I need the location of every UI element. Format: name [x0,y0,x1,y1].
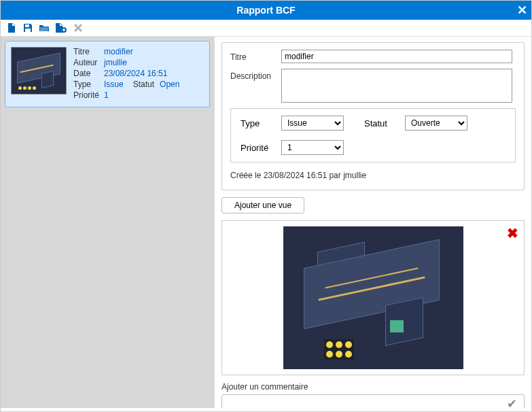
statut-select[interactable]: Ouverte [405,116,467,131]
titre-value: modifier [104,47,133,56]
view-image[interactable] [283,226,463,369]
submit-comment-icon[interactable]: ✔ [507,396,517,408]
date-label: Date [73,69,104,78]
created-text: Créée le 23/08/2024 16:51 par jmullie [230,171,516,180]
form-type-label: Type [241,118,273,128]
issue-thumbnail [11,47,67,95]
open-folder-icon[interactable] [39,22,50,33]
comment-label: Ajouter un commentaire [221,382,525,392]
new-file-icon[interactable] [6,22,17,33]
issue-list-panel: Titre modifier Auteur jmullie Date 23/08… [1,37,215,408]
delete-icon [73,22,84,33]
save-icon[interactable] [22,22,33,33]
toolbar [1,20,531,37]
window-title: Rapport BCF [236,5,295,16]
priorite-select[interactable]: 1 [281,140,344,155]
classification-block: Type Issue Statut Ouverte Priorité 1 [230,108,516,162]
type-select[interactable]: Issue [281,116,344,131]
issue-form: Titre Description Type Issue Statut Ouve… [221,42,525,190]
issue-list-item[interactable]: Titre modifier Auteur jmullie Date 23/08… [5,41,210,107]
detail-panel: Titre Description Type Issue Statut Ouve… [215,37,531,408]
issue-info: Titre modifier Auteur jmullie Date 23/08… [73,47,204,101]
form-titre-label: Titre [230,50,281,62]
form-priorite-label: Priorité [241,143,273,153]
svg-rect-1 [25,29,31,32]
titre-label: Titre [73,47,104,56]
auteur-label: Auteur [73,58,104,67]
svg-rect-0 [25,24,29,27]
comment-box[interactable]: ✔ [221,394,525,408]
add-file-icon[interactable] [55,22,67,33]
close-icon[interactable]: ✕ [517,4,527,16]
type-label: Type [73,80,104,89]
auteur-value: jmullie [104,58,127,67]
date-value: 23/08/2024 16:51 [104,69,167,78]
delete-view-icon[interactable]: ✖ [507,225,518,241]
form-description-label: Description [230,69,281,81]
statut-label: Statut [133,80,154,89]
view-block: ✖ [221,220,525,375]
form-statut-label: Statut [364,118,397,128]
titre-input[interactable] [281,50,512,63]
priorite-value: 1 [104,90,109,100]
main-content: Titre modifier Auteur jmullie Date 23/08… [1,37,531,408]
priorite-label: Priorité [73,90,104,100]
type-value: Issue [104,80,124,89]
add-view-button[interactable]: Ajouter une vue [221,197,304,213]
statut-value: Open [160,80,179,89]
description-input[interactable] [281,69,512,103]
title-bar: Rapport BCF ✕ [1,1,531,20]
